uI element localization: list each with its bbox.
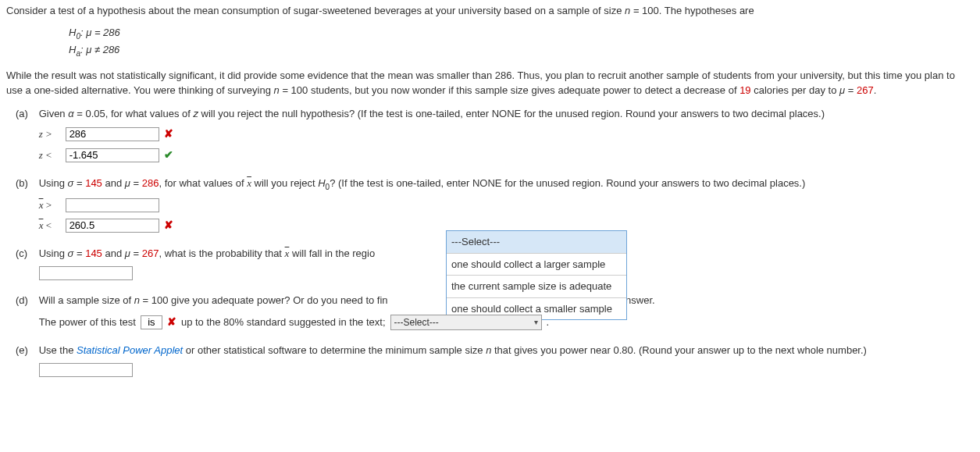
dropdown-option-adequate[interactable]: the current sample size is adequate bbox=[447, 275, 626, 297]
c-text-3: will fall in the regio bbox=[289, 247, 375, 259]
b-mu: μ bbox=[125, 177, 130, 189]
correct-icon: ✔ bbox=[164, 147, 173, 163]
mu-value: 267 bbox=[857, 84, 874, 96]
part-e-label: (e) bbox=[16, 343, 36, 358]
a-text-2: = 0.05, for what values of bbox=[74, 108, 194, 119]
part-c: (c) Using σ = 145 and μ = 267, what is t… bbox=[16, 246, 974, 280]
c-sigma: σ bbox=[67, 247, 73, 259]
h0-line: H0: μ = 286 bbox=[69, 25, 974, 43]
ctx-n: n bbox=[274, 84, 280, 96]
ha-line: Ha: μ ≠ 286 bbox=[69, 42, 974, 60]
part-b-label: (b) bbox=[16, 176, 36, 191]
c-text-2: , what is the probability that bbox=[159, 247, 284, 259]
decrease-value: 19 bbox=[739, 84, 750, 96]
h0-rhs: : μ = 286 bbox=[80, 27, 120, 38]
b-text-4: ? (If the test is one-tailed, enter NONE… bbox=[330, 177, 805, 189]
part-b: (b) Using σ = 145 and μ = 286, for what … bbox=[16, 176, 974, 233]
context-paragraph: While the result was not statistically s… bbox=[6, 68, 974, 98]
h0-H: H bbox=[69, 27, 76, 38]
ctx-mu: μ bbox=[839, 84, 845, 96]
b-text-2: , for what values of bbox=[159, 177, 247, 189]
incorrect-icon: ✘ bbox=[167, 314, 176, 330]
a-lt-label: z < bbox=[39, 148, 61, 163]
part-d-label: (d) bbox=[16, 293, 36, 308]
a-row-lt: z < ✔ bbox=[39, 147, 960, 163]
ctx-period: . bbox=[874, 84, 877, 96]
e-row-input bbox=[39, 363, 960, 377]
power-applet-link[interactable]: Statistical Power Applet bbox=[77, 344, 183, 356]
dropdown-option-placeholder[interactable]: ---Select--- bbox=[447, 231, 626, 253]
part-a: (a) Given α = 0.05, for what values of z… bbox=[16, 106, 974, 164]
hypotheses-block: H0: μ = 286 Ha: μ ≠ 286 bbox=[69, 25, 974, 60]
a-row-gt: z > ✘ bbox=[39, 126, 960, 142]
part-c-label: (c) bbox=[16, 246, 36, 262]
a-text-1: Given bbox=[39, 108, 69, 119]
b-gt-op: > bbox=[43, 199, 52, 211]
d-select-label: ---Select--- bbox=[394, 317, 439, 328]
e-text-2: or other statistical software to determi… bbox=[183, 344, 486, 356]
b-lt-input[interactable] bbox=[66, 219, 159, 233]
b-text-1: Using bbox=[39, 177, 68, 189]
d-line2-b: up to the 80% standard suggested in the … bbox=[181, 315, 386, 330]
d-is-input[interactable] bbox=[141, 315, 162, 329]
dropdown-list[interactable]: ---Select--- one should collect a larger… bbox=[446, 230, 627, 320]
intro-n-val: = 100. The hypotheses are bbox=[630, 5, 754, 16]
part-e: (e) Use the Statistical Power Applet or … bbox=[16, 343, 974, 377]
c-mu-val: 267 bbox=[142, 247, 159, 259]
intro-text: Consider a test of a hypothesis about th… bbox=[6, 5, 625, 16]
e-text-3: that gives you power near 0.80. (Round y… bbox=[491, 344, 867, 356]
a-text-3: will you reject the null hypothesis? (If… bbox=[198, 108, 825, 119]
c-text-1: Using bbox=[39, 247, 68, 259]
c-input[interactable] bbox=[39, 266, 133, 280]
ctx-b: = 100 students, but you now wonder if th… bbox=[280, 84, 739, 96]
ha-rhs: : μ ≠ 286 bbox=[80, 44, 119, 55]
c-sigma-val: 145 bbox=[85, 247, 102, 259]
part-a-label: (a) bbox=[16, 106, 36, 122]
incorrect-icon: ✘ bbox=[164, 126, 173, 142]
b-and: and bbox=[102, 177, 125, 189]
b-sigma-val: 145 bbox=[85, 177, 102, 189]
d-n: n bbox=[134, 294, 140, 306]
d-text-1: Will a sample size of bbox=[39, 294, 134, 306]
d-text-2: = 100 give you adequate power? Or do you… bbox=[140, 294, 388, 306]
e-input[interactable] bbox=[39, 363, 133, 377]
dropdown-option-larger[interactable]: one should collect a larger sample bbox=[447, 253, 626, 276]
a-gt-input[interactable] bbox=[66, 127, 159, 141]
a-gt-label: z > bbox=[39, 126, 61, 142]
b-mu-val: 286 bbox=[142, 177, 159, 189]
c-and: and bbox=[102, 247, 125, 259]
intro-paragraph: Consider a test of a hypothesis about th… bbox=[6, 3, 974, 19]
b-text-3: will you reject bbox=[251, 177, 318, 189]
b-lt-op: < bbox=[43, 219, 52, 231]
b-h0: H bbox=[318, 177, 325, 189]
e-text-1: Use the bbox=[39, 344, 77, 356]
d-row-power: The power of this test ✘ up to the 80% s… bbox=[39, 314, 960, 330]
d-select[interactable]: ---Select--- bbox=[390, 315, 542, 330]
b-row-gt: x > bbox=[39, 198, 960, 213]
a-lt-input[interactable] bbox=[66, 148, 159, 162]
b-gt-input[interactable] bbox=[66, 198, 159, 212]
b-sigma: σ bbox=[67, 177, 73, 189]
ha-H: H bbox=[69, 44, 76, 55]
d-line2-a: The power of this test bbox=[39, 315, 136, 330]
c-mu: μ bbox=[125, 247, 130, 259]
a-alpha: α bbox=[68, 108, 73, 119]
ctx-c: calories per day to bbox=[751, 84, 839, 96]
incorrect-icon: ✘ bbox=[164, 217, 173, 233]
